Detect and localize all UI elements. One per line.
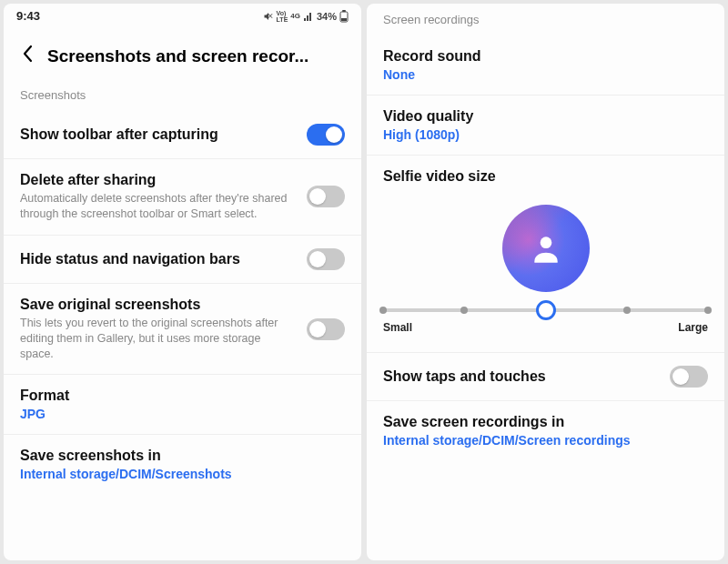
save-screenshots-in-title: Save screenshots in bbox=[20, 448, 345, 464]
save-original-sub: This lets you revert to the original scr… bbox=[20, 316, 296, 362]
selfie-video-size-title: Selfie video size bbox=[383, 168, 708, 185]
slider-max-label: Large bbox=[678, 321, 708, 334]
format-title: Format bbox=[20, 388, 345, 404]
show-taps-title: Show taps and touches bbox=[383, 368, 659, 385]
selfie-size-slider[interactable] bbox=[383, 308, 708, 312]
section-recordings-label: Screen recordings bbox=[367, 4, 724, 35]
record-sound-row[interactable]: Record sound None bbox=[367, 35, 724, 96]
delete-after-sharing-title: Delete after sharing bbox=[20, 172, 296, 188]
save-recordings-in-row[interactable]: Save screen recordings in Internal stora… bbox=[367, 401, 724, 460]
record-sound-value: None bbox=[383, 67, 708, 82]
hide-bars-row[interactable]: Hide status and navigation bars bbox=[4, 236, 361, 284]
save-original-row[interactable]: Save original screenshots This lets you … bbox=[4, 284, 361, 376]
network-4g-icon: 4G bbox=[290, 12, 300, 20]
status-indicators: Vo)LTE 4G 34% bbox=[263, 10, 349, 23]
show-taps-row[interactable]: Show taps and touches bbox=[367, 353, 724, 401]
slider-labels: Small Large bbox=[383, 321, 708, 334]
video-quality-value: High (1080p) bbox=[383, 127, 708, 142]
header: Screenshots and screen recor... bbox=[4, 26, 361, 85]
save-original-title: Save original screenshots bbox=[20, 297, 296, 313]
back-icon[interactable] bbox=[20, 45, 35, 68]
battery-icon bbox=[339, 10, 349, 23]
avatar-icon bbox=[502, 205, 590, 292]
mute-icon bbox=[263, 11, 274, 22]
save-screenshots-in-row[interactable]: Save screenshots in Internal storage/DCI… bbox=[4, 435, 361, 494]
slider-thumb[interactable] bbox=[536, 300, 556, 320]
battery-text: 34% bbox=[317, 11, 337, 22]
show-taps-toggle[interactable] bbox=[670, 366, 708, 388]
svg-point-3 bbox=[540, 237, 551, 248]
hide-bars-title: Hide status and navigation bars bbox=[20, 251, 296, 267]
show-toolbar-toggle[interactable] bbox=[307, 124, 345, 146]
signal-icon bbox=[303, 11, 314, 22]
status-bar: 9:43 Vo)LTE 4G 34% bbox=[4, 4, 361, 26]
delete-after-sharing-sub: Automatically delete screenshots after t… bbox=[20, 191, 296, 222]
show-toolbar-row[interactable]: Show toolbar after capturing bbox=[4, 111, 361, 159]
svg-rect-2 bbox=[341, 18, 347, 21]
video-quality-row[interactable]: Video quality High (1080p) bbox=[367, 96, 724, 156]
format-value: JPG bbox=[20, 407, 345, 421]
left-panel: 9:43 Vo)LTE 4G 34% Screenshots and scree… bbox=[4, 4, 361, 560]
svg-rect-1 bbox=[342, 10, 346, 12]
video-quality-title: Video quality bbox=[383, 108, 708, 125]
delete-after-sharing-toggle[interactable] bbox=[307, 186, 345, 207]
right-panel: Screen recordings Record sound None Vide… bbox=[367, 4, 724, 560]
volte-icon: Vo)LTE bbox=[277, 10, 288, 23]
page-title: Screenshots and screen recor... bbox=[47, 46, 308, 66]
hide-bars-toggle[interactable] bbox=[307, 248, 345, 270]
record-sound-title: Record sound bbox=[383, 48, 708, 65]
show-toolbar-title: Show toolbar after capturing bbox=[20, 126, 296, 143]
section-screenshots-label: Screenshots bbox=[4, 85, 361, 111]
save-recordings-in-value: Internal storage/DCIM/Screen recordings bbox=[383, 433, 708, 448]
slider-min-label: Small bbox=[383, 321, 412, 334]
save-original-toggle[interactable] bbox=[307, 318, 345, 340]
save-screenshots-in-value: Internal storage/DCIM/Screenshots bbox=[20, 467, 345, 481]
selfie-video-size-block: Selfie video size Small Large bbox=[367, 156, 724, 353]
selfie-preview bbox=[383, 205, 708, 292]
format-row[interactable]: Format JPG bbox=[4, 375, 361, 435]
save-recordings-in-title: Save screen recordings in bbox=[383, 414, 708, 430]
delete-after-sharing-row[interactable]: Delete after sharing Automatically delet… bbox=[4, 159, 361, 236]
status-time: 9:43 bbox=[16, 9, 40, 23]
